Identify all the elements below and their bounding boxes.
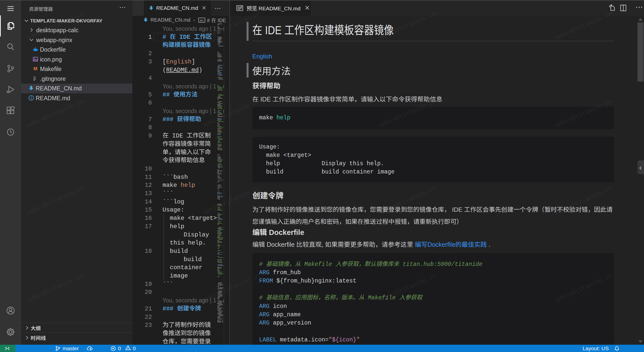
- svg-text:abc: abc: [199, 19, 204, 22]
- svg-text:M: M: [33, 66, 37, 71]
